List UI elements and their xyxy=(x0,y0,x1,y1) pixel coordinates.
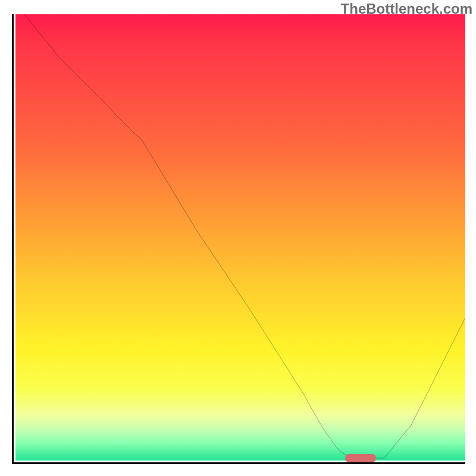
chart-plot-area xyxy=(12,14,465,464)
bottleneck-curve xyxy=(15,14,465,461)
watermark-text: TheBottleneck.com xyxy=(341,1,472,17)
curve-path xyxy=(24,14,465,458)
optimal-range-marker xyxy=(345,454,376,462)
